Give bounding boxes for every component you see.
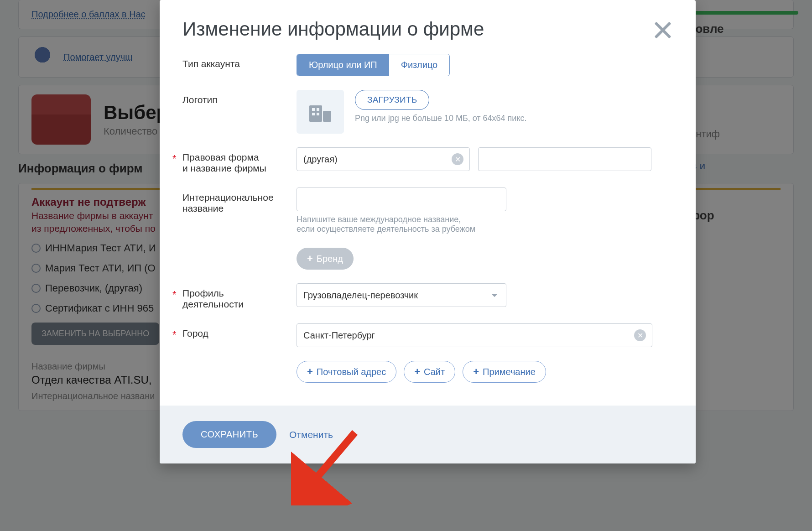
cancel-button[interactable]: Отменить [289, 429, 333, 440]
svg-rect-5 [317, 113, 319, 115]
save-button[interactable]: СОХРАНИТЬ [182, 421, 276, 448]
label-city: Город [182, 323, 297, 339]
label-profile: Профиль деятельности [182, 283, 297, 310]
svg-rect-4 [312, 113, 315, 115]
label-intl-name: Интернациональное название [182, 187, 297, 214]
add-brand-button: +Бренд [297, 248, 354, 270]
edit-firm-modal: Изменение информации о фирме Тип аккаунт… [160, 0, 696, 463]
plus-icon: + [307, 253, 313, 265]
building-icon [309, 102, 331, 122]
legal-form-input[interactable] [297, 147, 470, 171]
upload-hint: Png или jpg не больше 10 МБ, от 64х64 пи… [355, 114, 527, 123]
profile-select-value: Грузовладелец-перевозчик [303, 290, 418, 301]
add-address-button[interactable]: +Почтовый адрес [297, 361, 396, 383]
profile-select[interactable]: Грузовладелец-перевозчик [297, 283, 506, 307]
firm-name-input[interactable] [478, 147, 651, 171]
logo-placeholder [297, 90, 344, 134]
intl-name-input[interactable] [297, 187, 506, 211]
svg-rect-0 [309, 105, 322, 122]
modal-title: Изменение информации о фирме [182, 18, 673, 40]
clear-legal-form-icon[interactable]: ✕ [452, 153, 463, 165]
svg-rect-1 [323, 111, 331, 122]
plus-icon: + [414, 366, 420, 378]
svg-rect-2 [312, 108, 315, 111]
account-type-legal[interactable]: Юрлицо или ИП [297, 54, 389, 76]
add-note-button[interactable]: +Примечание [463, 361, 546, 383]
plus-icon: + [307, 366, 313, 378]
account-type-toggle[interactable]: Юрлицо или ИП Физлицо [297, 54, 450, 76]
upload-button[interactable]: ЗАГРУЗИТЬ [355, 90, 429, 110]
clear-city-icon[interactable]: ✕ [634, 329, 646, 341]
close-icon[interactable] [650, 17, 676, 43]
label-logo: Логотип [182, 90, 297, 105]
svg-rect-3 [317, 108, 319, 111]
add-site-button[interactable]: +Сайт [404, 361, 455, 383]
plus-icon: + [473, 366, 479, 378]
city-input[interactable] [297, 323, 652, 347]
label-legal-form: Правовая форма и название фирмы [182, 147, 297, 174]
label-account-type: Тип аккаунта [182, 54, 297, 69]
account-type-individual[interactable]: Физлицо [389, 54, 450, 76]
intl-hint-1: Напишите ваше международное название, [297, 215, 673, 224]
intl-hint-2: если осуществляете деятельность за рубеж… [297, 224, 673, 234]
